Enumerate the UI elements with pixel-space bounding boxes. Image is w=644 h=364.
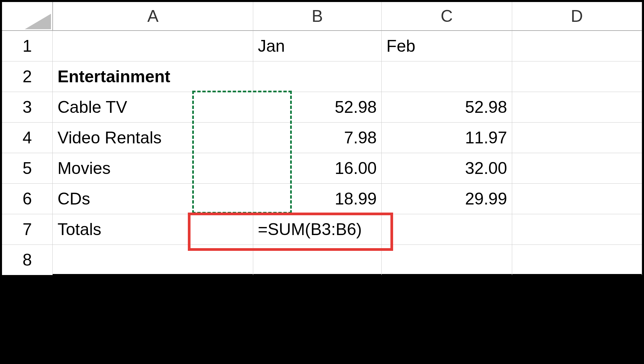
- row-header-7[interactable]: 7: [2, 214, 53, 244]
- row-header-4[interactable]: 4: [2, 122, 53, 153]
- cell-C4[interactable]: 11.97: [382, 122, 512, 153]
- cell-A5[interactable]: Movies: [53, 153, 253, 183]
- row-5: 5 Movies 16.00 32.00: [2, 153, 642, 183]
- cell-D6[interactable]: [512, 183, 642, 214]
- cell-C1[interactable]: Feb: [382, 31, 512, 61]
- cell-C8[interactable]: [382, 244, 512, 275]
- row-header-1[interactable]: 1: [2, 31, 53, 61]
- cell-B6[interactable]: 18.99: [253, 183, 381, 214]
- cell-B3[interactable]: 52.98: [253, 92, 381, 122]
- cell-B2[interactable]: [253, 61, 381, 92]
- row-1: 1 Jan Feb: [2, 31, 642, 61]
- row-header-3[interactable]: 3: [2, 92, 53, 122]
- cell-D3[interactable]: [512, 92, 642, 122]
- column-header-D[interactable]: D: [512, 2, 642, 31]
- cell-C2[interactable]: [382, 61, 512, 92]
- row-header-8[interactable]: 8: [2, 244, 53, 275]
- cell-B4[interactable]: 7.98: [253, 122, 381, 153]
- row-3: 3 Cable TV 52.98 52.98: [2, 92, 642, 122]
- cell-C7[interactable]: [382, 214, 512, 244]
- cell-B1[interactable]: Jan: [253, 31, 381, 61]
- select-all-corner[interactable]: [2, 2, 53, 31]
- column-header-A[interactable]: A: [53, 2, 253, 31]
- cell-D4[interactable]: [512, 122, 642, 153]
- row-header-2[interactable]: 2: [2, 61, 53, 92]
- cell-A2[interactable]: Entertainment: [53, 61, 253, 92]
- grid[interactable]: A B C D 1 Jan Feb 2 Entertainment 3 Cabl…: [2, 2, 642, 275]
- cell-B7[interactable]: =SUM(B3:B6): [253, 214, 381, 244]
- cell-A3[interactable]: Cable TV: [53, 92, 253, 122]
- cell-B8[interactable]: [253, 244, 381, 275]
- row-4: 4 Video Rentals 7.98 11.97: [2, 122, 642, 153]
- row-8: 8: [2, 244, 642, 275]
- row-2: 2 Entertainment: [2, 61, 642, 92]
- row-header-5[interactable]: 5: [2, 153, 53, 183]
- cell-D7[interactable]: [512, 214, 642, 244]
- cell-D2[interactable]: [512, 61, 642, 92]
- cell-A7[interactable]: Totals: [53, 214, 253, 244]
- cell-A8[interactable]: [53, 244, 253, 275]
- cell-D5[interactable]: [512, 153, 642, 183]
- column-header-row: A B C D: [2, 2, 642, 31]
- spreadsheet: A B C D 1 Jan Feb 2 Entertainment 3 Cabl…: [2, 2, 642, 274]
- column-header-B[interactable]: B: [253, 2, 381, 31]
- cell-A4[interactable]: Video Rentals: [53, 122, 253, 153]
- row-7: 7 Totals =SUM(B3:B6): [2, 214, 642, 244]
- cell-C6[interactable]: 29.99: [382, 183, 512, 214]
- row-6: 6 CDs 18.99 29.99: [2, 183, 642, 214]
- cell-D1[interactable]: [512, 31, 642, 61]
- row-header-6[interactable]: 6: [2, 183, 53, 214]
- cell-C3[interactable]: 52.98: [382, 92, 512, 122]
- cell-B5[interactable]: 16.00: [253, 153, 381, 183]
- cell-D8[interactable]: [512, 244, 642, 275]
- cell-C5[interactable]: 32.00: [382, 153, 512, 183]
- column-header-C[interactable]: C: [382, 2, 512, 31]
- cell-A1[interactable]: [53, 31, 253, 61]
- cell-A6[interactable]: CDs: [53, 183, 253, 214]
